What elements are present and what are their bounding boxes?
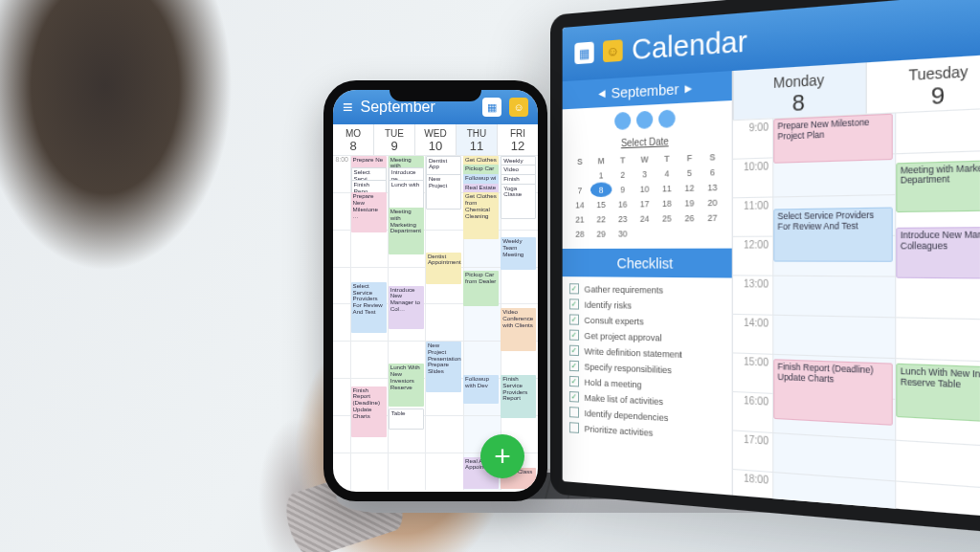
calendar-event[interactable]: Finish Service Providers Report <box>501 375 536 418</box>
checkbox-icon[interactable] <box>569 298 579 309</box>
mini-day-cell[interactable]: 17 <box>634 196 656 211</box>
mini-day-cell[interactable]: 10 <box>634 181 656 196</box>
mini-day-cell[interactable]: 19 <box>679 195 702 210</box>
mini-day-cell[interactable]: 4 <box>656 166 678 181</box>
checkbox-icon[interactable] <box>569 360 579 370</box>
phone-time-cell[interactable] <box>425 303 462 341</box>
chevron-right-icon[interactable]: ▶ <box>684 82 692 94</box>
mini-day-cell[interactable]: 11 <box>656 181 678 196</box>
time-cell[interactable] <box>895 317 980 362</box>
menu-icon[interactable]: ≡ <box>343 98 353 118</box>
calendar-event[interactable]: Video Conference with Clients <box>501 308 536 351</box>
mini-day-cell[interactable]: 15 <box>590 197 612 212</box>
calendar-event[interactable]: New Project Presentation Prepare Slides <box>426 342 461 392</box>
mini-day-cell[interactable]: 9 <box>612 182 634 197</box>
phone-time-cell[interactable] <box>425 453 462 490</box>
calendar-event[interactable]: Finish Report (Deadline) Update Charts <box>773 359 893 425</box>
phone-time-cell[interactable] <box>350 453 388 490</box>
mini-day-cell[interactable] <box>634 226 656 241</box>
mini-day-cell[interactable]: 18 <box>656 195 678 210</box>
day-column-header[interactable]: Monday8 <box>733 62 866 120</box>
checkbox-icon[interactable] <box>569 422 579 433</box>
avatar[interactable] <box>658 109 676 128</box>
select-date-label[interactable]: Select Date <box>569 133 724 150</box>
calendar-event[interactable]: Lunch With New Investors Reserve Table <box>896 363 980 424</box>
mini-calendar[interactable]: Select Date SMTWTFS123456789101112131415… <box>563 131 732 249</box>
mini-day-cell[interactable]: 2 <box>612 166 634 182</box>
chevron-left-icon[interactable]: ◀ <box>599 88 606 99</box>
mini-day-cell[interactable]: 7 <box>569 183 590 198</box>
mini-day-cell[interactable]: 21 <box>569 211 590 226</box>
calendar-event[interactable]: Followup with Dev <box>463 375 499 404</box>
day-column-header[interactable]: Tuesday9 <box>866 54 980 114</box>
calendar-event[interactable]: Finish Report (Deadline) Update Charts <box>351 386 387 437</box>
phone-day-header-cell[interactable]: WED10 <box>414 124 456 155</box>
mini-day-cell[interactable] <box>569 168 590 184</box>
mini-day-cell[interactable]: 25 <box>656 210 678 226</box>
calendar-icon[interactable]: ▦ <box>482 98 501 117</box>
checkbox-icon[interactable] <box>569 375 579 386</box>
mini-day-cell[interactable]: 26 <box>679 210 702 226</box>
add-event-button[interactable]: + <box>480 434 524 478</box>
time-cell[interactable] <box>772 276 895 318</box>
calendar-event[interactable]: Lunch With New Investors Reserve <box>389 364 424 407</box>
phone-time-cell[interactable] <box>463 303 501 341</box>
mini-day-cell[interactable]: 28 <box>569 227 590 241</box>
mini-day-cell[interactable]: 12 <box>679 180 702 195</box>
avatar[interactable] <box>636 111 653 129</box>
calendar-event[interactable]: Prepare New Milestone … <box>351 192 387 232</box>
time-cell[interactable] <box>895 276 980 320</box>
people-icon[interactable]: ☺ <box>509 98 528 117</box>
phone-time-cell[interactable] <box>350 230 388 267</box>
time-cell[interactable] <box>772 315 895 358</box>
mini-day-cell[interactable]: 29 <box>590 226 612 240</box>
checkbox-icon[interactable] <box>569 329 579 340</box>
calendar-event[interactable]: Introduce New Manager to Col… <box>389 286 424 329</box>
phone-time-cell[interactable] <box>501 267 538 304</box>
mini-day-cell[interactable]: 30 <box>612 226 634 241</box>
calendar-event[interactable]: Prepare New Milestone Project Plan <box>773 114 893 164</box>
people-icon[interactable]: ☺ <box>603 39 623 62</box>
calendar-icon[interactable]: ▦ <box>574 42 593 65</box>
calendar-event[interactable]: Pickup Car from Dealer <box>463 271 499 306</box>
mini-day-cell[interactable] <box>679 225 702 240</box>
checkbox-icon[interactable] <box>569 314 579 324</box>
time-cell[interactable] <box>895 106 980 153</box>
checkbox-icon[interactable] <box>569 407 579 418</box>
mini-day-cell[interactable]: 8 <box>590 182 612 197</box>
calendar-event[interactable]: Dentist Appointment <box>426 253 461 285</box>
calendar-event[interactable]: Table <box>389 408 424 430</box>
calendar-event[interactable]: Meeting with Marketing Department <box>896 159 980 212</box>
time-cell[interactable] <box>772 472 895 521</box>
mini-day-cell[interactable]: 24 <box>634 210 656 226</box>
mini-day-cell[interactable]: 6 <box>701 164 724 180</box>
mini-day-cell[interactable]: 14 <box>569 197 590 212</box>
mini-day-cell[interactable]: 23 <box>612 211 634 227</box>
phone-day-header-cell[interactable]: TUE9 <box>373 124 414 155</box>
calendar-event[interactable]: Weekly Team Meeting <box>501 237 536 270</box>
mini-day-cell[interactable]: 16 <box>612 196 634 211</box>
phone-time-cell[interactable] <box>425 415 462 453</box>
calendar-event[interactable]: Select Service Providers For Review And … <box>773 208 893 261</box>
phone-time-cell[interactable] <box>388 453 425 490</box>
mini-day-cell[interactable]: 3 <box>634 166 656 182</box>
mini-day-cell[interactable] <box>701 225 724 240</box>
mini-day-cell[interactable]: 22 <box>590 211 612 227</box>
checkbox-icon[interactable] <box>569 344 579 355</box>
calendar-event[interactable]: Yoga Classe <box>501 184 536 219</box>
phone-time-cell[interactable] <box>350 341 388 378</box>
calendar-event[interactable]: Introduce New Manager to Colleagues <box>896 227 980 278</box>
mini-day-cell[interactable]: 1 <box>590 167 612 183</box>
avatar[interactable] <box>614 112 631 130</box>
calendar-event[interactable]: Get Clothes from Chemical Cleaning <box>463 192 499 239</box>
phone-time-cell[interactable] <box>463 341 501 378</box>
checkbox-icon[interactable] <box>569 390 579 402</box>
mini-day-cell[interactable] <box>656 226 678 241</box>
calendar-event[interactable]: New Project <box>426 174 461 210</box>
phone-day-header-cell[interactable]: MO8 <box>333 124 373 155</box>
mini-day-cell[interactable]: 5 <box>679 165 702 180</box>
mini-day-cell[interactable]: 27 <box>701 210 724 225</box>
phone-day-header-cell[interactable]: FRI12 <box>497 124 538 155</box>
phone-day-header-cell[interactable]: THU11 <box>456 124 497 155</box>
checkbox-icon[interactable] <box>569 283 579 294</box>
